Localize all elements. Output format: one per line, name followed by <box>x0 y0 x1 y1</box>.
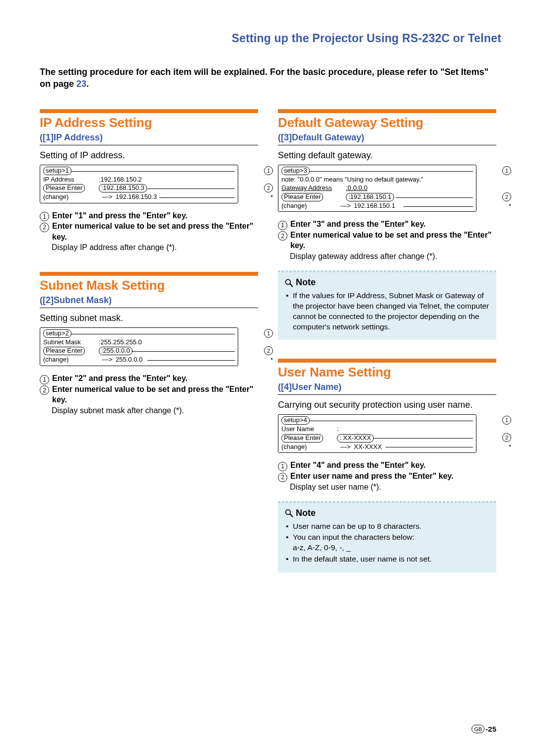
callout-star: * <box>508 443 511 450</box>
note-icon <box>284 278 294 288</box>
terminal-label: Subnet Mask <box>43 338 99 347</box>
note-item-chars: a-z, A-Z, 0-9, -, _ <box>293 543 350 552</box>
terminal-arrow: —> <box>99 192 116 201</box>
note-item: You can input the characters below: a-z,… <box>293 532 490 553</box>
callout-1: 1 <box>502 416 511 425</box>
step-1-text: Enter "2" and press the "Enter" key. <box>52 374 188 382</box>
lead-user: Carrying out security protection using u… <box>278 400 496 410</box>
steps-subnet: 1Enter "2" and press the "Enter" key. 2E… <box>40 373 258 416</box>
callout-star: * <box>269 356 273 364</box>
note-heading: Note <box>284 276 490 288</box>
terminal-label: Gateway Address <box>281 184 346 192</box>
terminal-cmd: setup>4 <box>281 416 310 425</box>
section-subtitle-ip: ([1]IP Address) <box>40 132 258 145</box>
section-title-subnet: Subnet Mask Setting <box>40 278 258 293</box>
page-link[interactable]: 23 <box>76 79 86 89</box>
step-num-1: 1 <box>40 375 49 384</box>
note-item: User name can be up to 8 characters. <box>293 521 490 532</box>
step-2-text: Enter numerical value to be set and pres… <box>290 231 492 250</box>
steps-gateway: 1Enter "3" and press the "Enter" key. 2E… <box>278 219 496 261</box>
note-gateway: Note If the values for IP Address, Subne… <box>278 270 496 340</box>
terminal-ip: setup>1 IP Address:192.168.150.2 Please … <box>40 165 238 203</box>
lead-ip: Setting of IP address. <box>40 150 258 161</box>
step-num-2: 2 <box>278 473 287 482</box>
terminal-please-enter: Please Enter <box>43 347 85 355</box>
terminal-please-enter: Please Enter <box>281 193 323 201</box>
connector <box>386 447 473 447</box>
step-2-text: Enter user name and press the "Enter" ke… <box>290 472 454 480</box>
step-num-1: 1 <box>278 221 287 230</box>
connector <box>309 421 473 421</box>
lead-subnet: Setting subnet mask. <box>40 313 258 323</box>
connector <box>71 334 235 334</box>
left-column: IP Address Setting ([1]IP Address) Setti… <box>40 109 258 573</box>
steps-ip: 1Enter "1" and press the "Enter" key. 2E… <box>40 210 258 253</box>
callout-2: 2 <box>264 346 273 355</box>
after-text: Display subnet mask after change (*). <box>52 405 258 416</box>
connector <box>403 206 473 207</box>
step-1-text: Enter "4" and press the "Enter" key. <box>290 461 426 469</box>
intro-text-b: . <box>86 79 89 89</box>
callout-star: * <box>269 193 273 201</box>
lead-gateway: Setting default gateway. <box>278 150 496 161</box>
callout-1: 1 <box>502 166 511 175</box>
after-text: Display IP address after change (*). <box>52 242 258 253</box>
callout-2: 2 <box>502 192 511 201</box>
step-num-2: 2 <box>40 223 49 232</box>
terminal-change: (change) <box>281 442 337 451</box>
terminal-arrow: —> <box>337 442 354 451</box>
terminal-gateway: setup>3 note: "0.0.0.0" means "Using no … <box>278 165 476 212</box>
section-subtitle-gateway: ([3]Default Gateway) <box>278 132 496 145</box>
after-text: Display set user name (*). <box>290 482 496 493</box>
step-num-2: 2 <box>278 231 287 241</box>
section-subtitle-subnet: ([2]Subnet Mask) <box>40 295 258 308</box>
section-bar <box>278 109 496 113</box>
terminal-label: IP Address <box>43 175 99 184</box>
content-columns: IP Address Setting ([1]IP Address) Setti… <box>40 109 501 573</box>
terminal-user-wrap: setup>4 User Name: Please Enter: XX-XXXX… <box>278 414 496 453</box>
connector <box>309 171 473 172</box>
terminal-please-enter: Please Enter <box>43 184 85 192</box>
terminal-cmd: setup>3 <box>281 167 310 175</box>
page-header: Setting up the Projector Using RS-232C o… <box>40 32 501 45</box>
section-title-ip: IP Address Setting <box>40 115 258 130</box>
note-user: Note User name can be up to 8 characters… <box>278 501 496 572</box>
svg-line-3 <box>290 514 292 516</box>
connector <box>132 351 235 352</box>
intro-text-a: The setting procedure for each item will… <box>40 67 488 89</box>
terminal-entry: :255.0.0.0 <box>99 347 133 355</box>
terminal-change: (change) <box>281 201 337 210</box>
terminal-user: setup>4 User Name: Please Enter: XX-XXXX… <box>278 414 476 453</box>
callout-star: * <box>508 202 511 210</box>
terminal-change: (change) <box>43 355 99 364</box>
terminal-value: :0.0.0.0 <box>346 184 367 192</box>
section-bar <box>40 272 258 276</box>
step-2-text: Enter numerical value to be set and pres… <box>52 222 254 241</box>
steps-user: 1Enter "4" and press the "Enter" key. 2E… <box>278 460 496 492</box>
note-icon <box>284 508 294 518</box>
terminal-cmd: setup>1 <box>43 167 71 175</box>
terminal-note: note: "0.0.0.0" means "Using no default … <box>281 175 423 184</box>
terminal-ip-wrap: setup>1 IP Address:192.168.150.2 Please … <box>40 165 258 203</box>
terminal-subnet-wrap: setup>2 Subnet Mask:255.255.255.0 Please… <box>40 327 258 366</box>
note-head-text: Note <box>296 276 316 288</box>
note-item: If the values for IP Address, Subnet Mas… <box>293 291 490 332</box>
terminal-arrow: —> <box>337 201 354 210</box>
gb-badge: GB <box>471 725 484 733</box>
terminal-change: (change) <box>43 192 99 201</box>
terminal-arrow: —> <box>99 355 116 364</box>
terminal-value: : <box>337 425 473 434</box>
terminal-entry: : XX-XXXX <box>337 434 374 442</box>
intro-paragraph: The setting procedure for each item will… <box>40 66 501 90</box>
terminal-value: :255.255.255.0 <box>99 338 235 347</box>
step-num-2: 2 <box>40 385 49 395</box>
terminal-value: :192.168.150.2 <box>99 175 235 184</box>
terminal-please-enter: Please Enter <box>281 434 323 442</box>
rule <box>278 145 496 145</box>
right-column: Default Gateway Setting ([3]Default Gate… <box>278 109 496 573</box>
connector <box>147 189 235 189</box>
section-title-gateway: Default Gateway Setting <box>278 115 496 130</box>
connector <box>147 360 235 361</box>
terminal-entry: :192.168.150.1 <box>346 193 394 201</box>
callout-1: 1 <box>264 166 273 175</box>
